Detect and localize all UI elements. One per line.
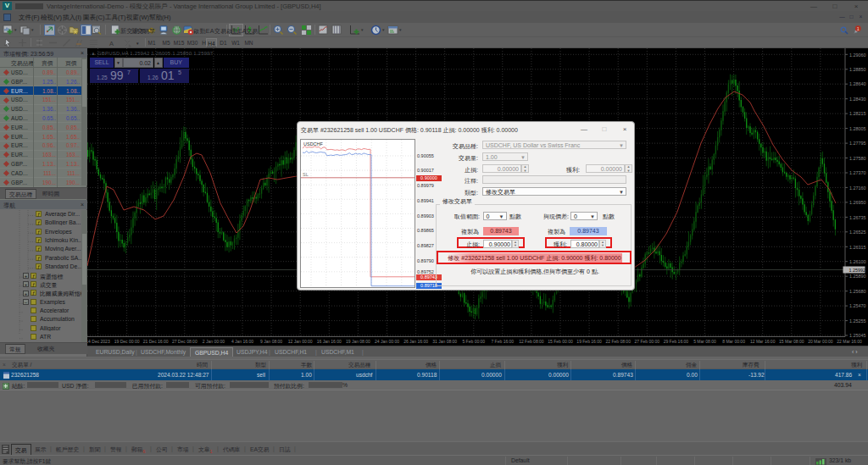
svg-text:1.26315: 1.26315 [849, 245, 866, 250]
svg-text:22 Mar 16:00: 22 Mar 16:00 [837, 339, 862, 344]
svg-text:31 Jan 08:00: 31 Jan 08:00 [432, 339, 457, 344]
svg-text:26 Jan 16:00: 26 Jan 16:00 [403, 339, 428, 344]
svg-text:1.27160: 1.27160 [849, 185, 866, 191]
svg-text:1.27580: 1.27580 [849, 156, 866, 161]
svg-text:9 Jan 08:00: 9 Jan 08:00 [260, 339, 282, 344]
svg-text:1.27795: 1.27795 [849, 141, 866, 146]
svg-text:USDCHF: USDCHF [303, 141, 324, 147]
svg-text:8 Mar 00:00: 8 Mar 00:00 [722, 339, 745, 344]
svg-text:20 Mar 00:00: 20 Mar 00:00 [808, 339, 833, 344]
svg-text:1.26525: 1.26525 [849, 230, 866, 235]
svg-text:2 Jan 00:00: 2 Jan 00:00 [203, 339, 225, 344]
svg-text:1.28640: 1.28640 [849, 81, 866, 86]
svg-text:1: 1 [857, 26, 860, 31]
svg-text:1.26735: 1.26735 [849, 215, 866, 220]
svg-text:7 Feb 16:00: 7 Feb 16:00 [491, 339, 514, 344]
svg-text:24 Jan 00:00: 24 Jan 00:00 [375, 339, 399, 344]
svg-text:12 Jan 00:00: 12 Jan 00:00 [288, 339, 313, 344]
svg-text:12 Feb 08:00: 12 Feb 08:00 [519, 339, 544, 344]
svg-text:1.28850: 1.28850 [849, 67, 866, 72]
svg-text:19 Feb 16:00: 19 Feb 16:00 [576, 339, 602, 344]
svg-text:1.28430: 1.28430 [849, 97, 866, 102]
svg-text:1.25680: 1.25680 [849, 289, 866, 294]
svg-text:29 Feb 16:00: 29 Feb 16:00 [664, 339, 689, 344]
svg-text:21 Dec 16:00: 21 Dec 16:00 [143, 339, 169, 344]
svg-text:1.25255: 1.25255 [849, 318, 866, 324]
svg-text:19 Jan 08:00: 19 Jan 08:00 [346, 339, 370, 344]
svg-text:5 Mar 08:00: 5 Mar 08:00 [693, 339, 716, 344]
svg-text:4 Jan 16:00: 4 Jan 16:00 [231, 339, 253, 344]
svg-text:1.25890: 1.25890 [849, 274, 866, 279]
svg-text:15 Mar 08:00: 15 Mar 08:00 [779, 339, 804, 344]
svg-text:22 Feb 08:00: 22 Feb 08:00 [605, 339, 631, 344]
svg-text:1.28215: 1.28215 [849, 111, 866, 116]
svg-text:SL: SL [303, 172, 309, 177]
svg-text:1.25045: 1.25045 [849, 333, 866, 338]
svg-text:1.26100: 1.26100 [849, 259, 866, 264]
svg-text:1.25992: 1.25992 [849, 268, 866, 273]
svg-text:16 Jan 16:00: 16 Jan 16:00 [317, 339, 342, 344]
svg-text:5 Feb 00:00: 5 Feb 00:00 [462, 339, 485, 344]
svg-text:1.26950: 1.26950 [849, 200, 866, 205]
svg-text:27 Dec 08:00: 27 Dec 08:00 [172, 339, 198, 344]
svg-text:27 Feb 00:00: 27 Feb 00:00 [635, 339, 660, 344]
svg-text:1.25470: 1.25470 [849, 303, 866, 308]
svg-text:1.27370: 1.27370 [849, 170, 866, 175]
svg-text:1.29060: 1.29060 [849, 53, 866, 58]
svg-text:15 Feb 00:00: 15 Feb 00:00 [548, 339, 573, 344]
svg-text:12 Mar 16:00: 12 Mar 16:00 [750, 339, 776, 344]
svg-text:1.28005: 1.28005 [849, 126, 866, 131]
